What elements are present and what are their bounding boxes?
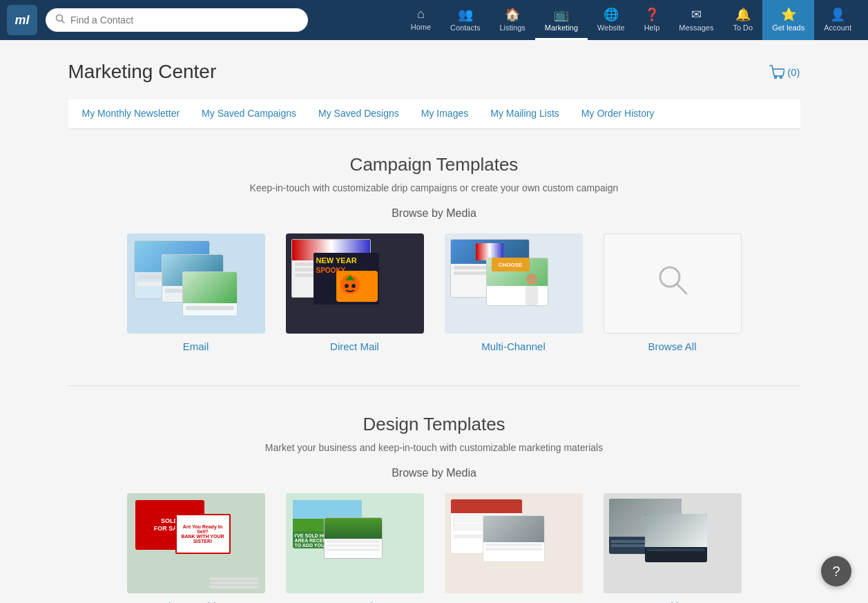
design-templates-section: Design Templates Market your business an… <box>68 414 800 603</box>
email-card-label: Email <box>183 341 209 352</box>
contacts-icon: 👥 <box>458 7 473 22</box>
nav-items: ⌂ Home 👥 Contacts 🏠 Listings 📺 Marketing… <box>401 0 861 40</box>
postcard-card-label: Postcards <box>331 600 378 603</box>
sign-lines <box>210 576 258 590</box>
tab-images[interactable]: My Images <box>410 99 479 128</box>
nav-messages[interactable]: ✉ Messages <box>669 0 723 40</box>
postcard-collage: I'VE SOLD HOMES IN YOUR AREA RECENTLY. I… <box>286 493 424 593</box>
tab-saved-campaigns[interactable]: My Saved Campaigns <box>191 99 307 128</box>
tab-monthly-newsletter[interactable]: My Monthly Newsletter <box>71 99 191 128</box>
tab-order-history[interactable]: My Order History <box>570 99 666 128</box>
home-icon: ⌂ <box>417 7 425 21</box>
media-card-multi-channel[interactable]: CHOOSE Multi-Channel <box>445 233 583 352</box>
nav-contacts[interactable]: 👥 Contacts <box>441 0 490 40</box>
design-templates-title: Design Templates <box>68 414 800 435</box>
email-collage <box>127 233 265 334</box>
help-float-button[interactable]: ? <box>821 556 851 586</box>
nav-account-label: Account <box>824 23 851 32</box>
cart-icon <box>769 65 784 79</box>
section-divider <box>68 385 800 386</box>
booklets-collage <box>604 493 742 593</box>
browse-all-card-label: Browse All <box>648 341 696 352</box>
search-input[interactable] <box>70 15 298 26</box>
multi-channel-card-label: Multi-Channel <box>481 341 546 352</box>
get-leads-icon: ⭐ <box>781 7 796 22</box>
campaign-templates-subtitle: Keep-in-touch with customizable drip cam… <box>68 182 800 193</box>
svg-point-2 <box>775 77 777 79</box>
direct-mail-card-label: Direct Mail <box>330 341 379 352</box>
nav-marketing-label: Marketing <box>545 23 578 32</box>
cart-count: (0) <box>787 66 800 78</box>
mc-collage: CHOOSE <box>445 233 583 334</box>
media-card-direct-mail[interactable]: NEW YEAR SPOOKY Direct Mail <box>286 233 424 352</box>
reports-piece-2 <box>483 515 545 562</box>
mc-badge: CHOOSE <box>492 258 530 271</box>
campaign-media-grid: Email NEW YEAR <box>68 233 800 352</box>
sign-card-image: SOLDFOR SALE Are You Ready to Sell?BANK … <box>127 493 265 593</box>
mc-badge-text: CHOOSE <box>499 262 523 268</box>
campaign-templates-title: Campaign Templates <box>68 154 800 175</box>
media-card-browse-all[interactable]: Browse All <box>604 233 742 352</box>
sign-card-label: Signs & Riders <box>162 600 230 603</box>
reports-collage <box>445 493 583 593</box>
nav-contacts-label: Contacts <box>450 23 480 32</box>
search-bar[interactable] <box>46 8 308 32</box>
nav-get-leads-label: Get leads <box>772 23 804 32</box>
design-card-reports[interactable]: Reports <box>445 493 583 603</box>
booklets-card-label: Booklets <box>653 600 693 603</box>
nav-get-leads[interactable]: ⭐ Get leads <box>762 0 814 40</box>
multi-channel-card-image: CHOOSE <box>445 233 583 334</box>
nav-website[interactable]: 🌐 Website <box>588 0 635 40</box>
svg-point-3 <box>780 77 782 79</box>
sign-yard: Are You Ready to Sell?BANK WITH YOUR SIS… <box>175 514 231 554</box>
listings-icon: 🏠 <box>505 7 520 22</box>
nav-marketing[interactable]: 📺 Marketing <box>535 0 588 40</box>
messages-icon: ✉ <box>691 7 702 22</box>
cart-button[interactable]: (0) <box>769 65 800 79</box>
campaign-templates-section: Campaign Templates Keep-in-touch with cu… <box>68 154 800 352</box>
browse-all-card-image <box>604 233 742 334</box>
design-card-postcard[interactable]: I'VE SOLD HOMES IN YOUR AREA RECENTLY. I… <box>286 493 424 603</box>
design-card-sign[interactable]: SOLDFOR SALE Are You Ready to Sell?BANK … <box>127 493 265 603</box>
tab-mailing-lists[interactable]: My Mailing Lists <box>479 99 570 128</box>
postcard-piece-2 <box>324 517 383 559</box>
app-logo[interactable]: ml <box>7 5 37 35</box>
marketing-icon: 📺 <box>554 7 569 22</box>
page-title: Marketing Center <box>68 61 217 83</box>
main-content: Marketing Center (0) My Monthly Newslett… <box>55 40 814 603</box>
nav-listings[interactable]: 🏠 Listings <box>490 0 535 40</box>
email-piece-3 <box>182 271 238 316</box>
nav-help[interactable]: ❓ Help <box>635 0 670 40</box>
nav-home[interactable]: ⌂ Home <box>401 0 441 40</box>
design-browse-by-media: Browse by Media <box>68 467 800 479</box>
email-card-image <box>127 233 265 334</box>
postcard-card-image: I'VE SOLD HOMES IN YOUR AREA RECENTLY. I… <box>286 493 424 593</box>
search-icon <box>55 14 65 26</box>
page-header: Marketing Center (0) <box>68 61 800 83</box>
nav-help-label: Help <box>644 23 660 32</box>
reports-card-image <box>445 493 583 593</box>
booklets-piece-2 <box>645 514 707 562</box>
logo-text: ml <box>15 13 29 28</box>
nav-account[interactable]: 👤 Account <box>814 0 861 40</box>
account-icon: 👤 <box>830 7 845 22</box>
svg-line-5 <box>677 284 686 294</box>
website-icon: 🌐 <box>604 7 619 22</box>
nav-todo[interactable]: 🔔 To Do <box>723 0 762 40</box>
media-card-email[interactable]: Email <box>127 233 265 352</box>
tab-saved-designs[interactable]: My Saved Designs <box>307 99 410 128</box>
campaign-browse-by-media: Browse by Media <box>68 207 800 220</box>
direct-mail-card-image: NEW YEAR SPOOKY <box>286 233 424 334</box>
help-icon: ❓ <box>644 7 659 22</box>
reports-card-label: Reports <box>495 600 532 603</box>
dm-collage: NEW YEAR SPOOKY <box>286 233 424 334</box>
design-card-booklets[interactable]: Booklets <box>604 493 742 603</box>
nav-messages-label: Messages <box>679 23 713 32</box>
tabs-bar: My Monthly Newsletter My Saved Campaigns… <box>68 99 800 129</box>
svg-line-1 <box>62 21 65 23</box>
browse-all-icon <box>655 262 691 305</box>
nav-todo-label: To Do <box>733 23 753 32</box>
booklets-card-image <box>604 493 742 593</box>
dm-card-2: NEW YEAR SPOOKY <box>314 253 379 305</box>
sign-collage: SOLDFOR SALE Are You Ready to Sell?BANK … <box>127 493 265 593</box>
